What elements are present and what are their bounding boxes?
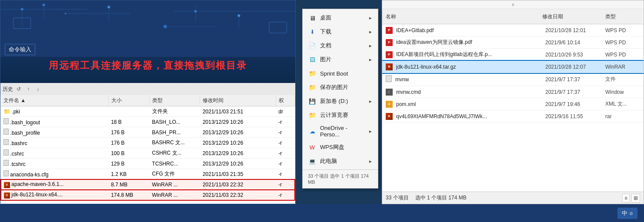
menu-item-文档[interactable]: 📄文档► bbox=[303, 39, 378, 53]
right-file-row[interactable]: R jdk-8u121-linux-x64.tar.gz 2021/10/28 … bbox=[382, 61, 644, 73]
col-type[interactable]: 类型 bbox=[150, 95, 200, 106]
menu-item-保存的图片[interactable]: 📁保存的图片 bbox=[303, 80, 378, 94]
table-row[interactable]: 📁 .pki 文件夹 2021/11/03 21:51 dr bbox=[1, 106, 295, 117]
file-icon bbox=[3, 160, 9, 166]
svg-point-9 bbox=[107, 6, 110, 8]
menu-item-新加卷-(D:)[interactable]: 💾新加卷 (D:)► bbox=[303, 94, 378, 108]
file-type: WPS PD bbox=[605, 52, 640, 58]
ime-indicator[interactable]: 中 ⚙ bbox=[617, 208, 637, 219]
computer-icon: 💻 bbox=[308, 157, 317, 166]
file-type-icon: C bbox=[386, 88, 393, 96]
file-type: XML 文... bbox=[605, 100, 640, 108]
right-file-row[interactable]: mvnw 2021/9/7 17:37 文件 bbox=[382, 73, 644, 86]
wps-icon: W bbox=[308, 143, 317, 152]
circuit-decoration bbox=[0, 0, 295, 57]
table-row[interactable]: .bash_profile 176 B BASH_PR... 2013/12/2… bbox=[1, 127, 295, 138]
submenu-arrow: ► bbox=[368, 129, 373, 134]
table-row[interactable]: .cshrc 100 B CSHRC 文... 2013/12/29 10:26… bbox=[1, 148, 295, 159]
table-row[interactable]: R jdk-8u121-linux-x64.... 174.8 MB WinRA… bbox=[1, 190, 295, 200]
list-view-icon[interactable]: ≡ bbox=[622, 194, 630, 202]
table-row[interactable]: .bash_logout 18 B BASH_LO... 2013/12/29 … bbox=[1, 117, 295, 127]
refresh-icon[interactable]: ↺ bbox=[15, 85, 23, 93]
file-type-icon bbox=[386, 75, 392, 83]
pdf-icon: P bbox=[386, 27, 393, 34]
rar-icon: R bbox=[386, 63, 393, 70]
right-file-row[interactable]: P IDEA新项目代码上传到gitlab远程仓库.p... 2021/10/26… bbox=[382, 49, 644, 61]
table-row[interactable]: anaconda-ks.cfg 1.2 KB CFG 文件 2021/11/03… bbox=[1, 169, 295, 180]
menu-item-label: 下载 bbox=[320, 28, 331, 36]
file-name: idea设置maven为阿里云镜像.pdf bbox=[396, 39, 542, 46]
menu-item-此电脑[interactable]: 💻此电脑► bbox=[303, 154, 378, 168]
table-row[interactable]: .bashrc 176 B BASHRC 文... 2013/12/29 10:… bbox=[1, 138, 295, 148]
folder-icon: 📁 bbox=[3, 108, 10, 115]
menu-item-label: 云计算竞赛 bbox=[320, 111, 348, 119]
file-icon bbox=[3, 139, 9, 145]
picture-icon: 🖼 bbox=[308, 55, 317, 64]
left-panel: 命令输入 用远程工具连接服务器，直接拖拽到根目录 历史 ↺ ↑ ↓ 文件名 ▲ … bbox=[0, 0, 296, 204]
right-file-row[interactable]: P idea设置maven为阿里云镜像.pdf 2021/9/6 10:14 W… bbox=[382, 36, 644, 49]
right-file-row[interactable]: R qv4L69XtAMFMRdN78Ad5WiLJ7IWk... 2021/9… bbox=[382, 110, 644, 123]
menu-item-图片[interactable]: 🖼图片► bbox=[303, 53, 378, 66]
file-date: 2021/9/16 11:55 bbox=[545, 113, 602, 119]
svg-point-5 bbox=[43, 3, 45, 6]
menu-item-云计算竞赛[interactable]: 📁云计算竞赛 bbox=[303, 108, 378, 122]
menu-item-OneDrive---Perso...[interactable]: ☁OneDrive - Perso...► bbox=[303, 122, 378, 140]
bottom-bar: 中 ⚙ bbox=[0, 204, 644, 222]
file-type-icon: R bbox=[386, 113, 393, 120]
upload-icon[interactable]: ↑ bbox=[24, 85, 32, 93]
col-filename[interactable]: 文件名 ▲ bbox=[1, 95, 108, 106]
right-panel-header: 名称 修改日期 类型 bbox=[382, 9, 644, 24]
menu-item-label: 桌面 bbox=[320, 14, 331, 22]
menu-item-label: 保存的图片 bbox=[320, 83, 348, 91]
scroll-up[interactable]: ∧ bbox=[382, 0, 644, 9]
file-icon bbox=[386, 75, 392, 82]
xml-icon: X bbox=[386, 101, 393, 108]
rar-icon: R bbox=[4, 182, 10, 188]
file-table-container: 文件名 ▲ 大小 类型 修改时间 权 📁 .pki 文件夹 2021/11/03… bbox=[0, 95, 295, 204]
pdf-icon: P bbox=[386, 51, 393, 58]
right-file-row[interactable]: C mvnw.cmd 2021/9/7 17:37 Window bbox=[382, 86, 644, 98]
file-date: 2021/9/7 17:37 bbox=[545, 89, 602, 95]
menu-item-Sprint-Boot[interactable]: 📁Sprint Boot bbox=[303, 66, 378, 80]
table-row[interactable]: R apache-maven-3.6.1... 8.7 MB WinRAR ..… bbox=[1, 179, 295, 190]
footer-status: 33 个项目 选中 1 个项目 174 MB bbox=[303, 171, 378, 186]
submenu-arrow: ► bbox=[368, 16, 373, 20]
item-count: 33 个项目 bbox=[386, 194, 409, 202]
cmd-icon: C bbox=[386, 89, 393, 96]
col-type-header[interactable]: 类型 bbox=[605, 13, 640, 20]
col-date-header[interactable]: 修改日期 bbox=[542, 13, 599, 20]
col-modified[interactable]: 修改时间 bbox=[200, 95, 276, 106]
submenu-arrow: ► bbox=[368, 159, 373, 164]
file-type: WPS PD bbox=[605, 27, 640, 33]
file-icon bbox=[3, 129, 9, 135]
drive-icon: 💾 bbox=[308, 97, 317, 106]
right-file-row[interactable]: P IDEA+Gitlab.pdf 2021/10/28 12:01 WPS P… bbox=[382, 24, 644, 36]
svg-point-7 bbox=[65, 13, 67, 14]
file-date: 2021/10/28 12:07 bbox=[545, 64, 602, 70]
grid-view-icon[interactable]: ⊞ bbox=[631, 194, 640, 202]
col-name-header[interactable]: 名称 bbox=[386, 13, 536, 20]
view-icons: ≡ ⊞ bbox=[622, 194, 640, 202]
ime-settings-icon: ⚙ bbox=[629, 211, 633, 216]
menu-item-label: 此电脑 bbox=[320, 157, 337, 165]
right-file-row[interactable]: X pom.xml 2021/9/7 19:46 XML 文... bbox=[382, 98, 644, 110]
menu-item-WPS网盘[interactable]: WWPS网盘 bbox=[303, 140, 378, 154]
right-file-list: P IDEA+Gitlab.pdf 2021/10/28 12:01 WPS P… bbox=[382, 24, 644, 192]
chevron-up-icon: ∧ bbox=[511, 2, 514, 7]
submenu-arrow: ► bbox=[368, 57, 373, 62]
download-folder-icon: ⬇ bbox=[308, 27, 317, 36]
onedrive-icon: ☁ bbox=[308, 127, 317, 136]
svg-point-14 bbox=[237, 14, 240, 17]
folder-yellow-icon: 📁 bbox=[308, 83, 317, 92]
download-icon[interactable]: ↓ bbox=[34, 85, 42, 93]
table-row[interactable]: .tcshrc 129 B TCSHRC... 2013/12/29 10:26… bbox=[1, 159, 295, 169]
file-name: mvnw bbox=[395, 76, 542, 83]
menu-item-桌面[interactable]: 🖥桌面► bbox=[303, 11, 378, 25]
submenu-arrow: ► bbox=[368, 99, 373, 104]
file-type: rar bbox=[605, 113, 640, 119]
col-perm[interactable]: 权 bbox=[276, 95, 295, 106]
col-size[interactable]: 大小 bbox=[108, 95, 149, 106]
file-type-icon: X bbox=[386, 100, 393, 108]
file-date: 2021/10/28 12:01 bbox=[545, 27, 602, 33]
menu-item-下载[interactable]: ⬇下载► bbox=[303, 25, 378, 39]
